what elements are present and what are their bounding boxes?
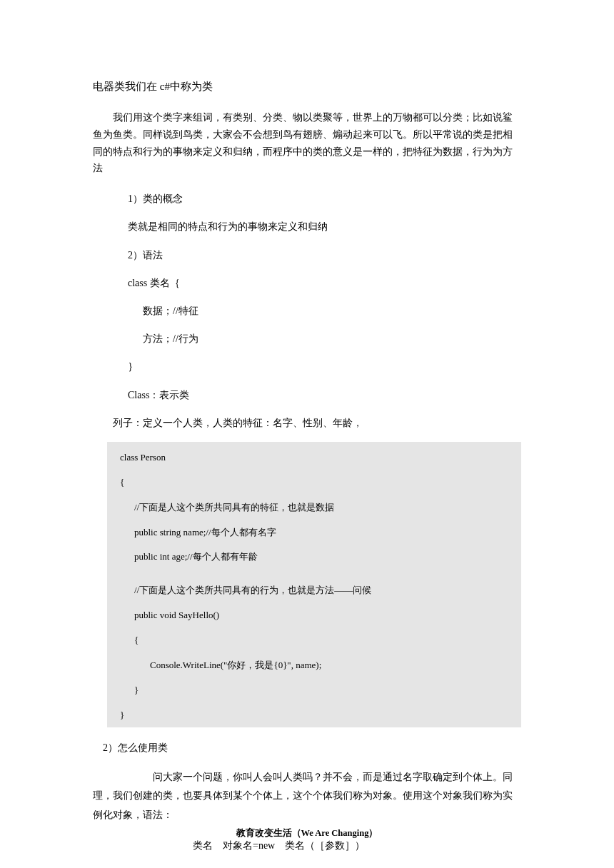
code-line: //下面是人这个类所共同具有的特征，也就是数据 (120, 502, 508, 514)
class-desc: Class：表示类 (93, 386, 521, 404)
code-line: } (120, 685, 508, 697)
section1-content: 类就是相同的特点和行为的事物来定义和归纳 (93, 218, 521, 236)
code-line: { (120, 635, 508, 647)
example-intro: 列子：定义一个人类，人类的特征：名字、性别、年龄， (93, 414, 521, 432)
code-block-wrapper: class Person { //下面是人这个类所共同具有的特征，也就是数据 p… (93, 442, 521, 727)
code-line: class Person (120, 452, 508, 464)
section1-label: 1）类的概念 (93, 190, 521, 208)
usage-paragraph: 问大家一个问题，你叫人会叫人类吗？并不会，而是通过名字取确定到个体上。同理，我们… (93, 768, 521, 825)
code-line: public string name;//每个人都有名字 (120, 527, 508, 539)
syntax-method: 方法；//行为 (93, 330, 521, 348)
code-line: //下面是人这个类所共同具有的行为，也就是方法——问候 (120, 585, 508, 597)
syntax-close: ｝ (93, 358, 521, 375)
code-line: { (120, 477, 508, 489)
code-block: class Person { //下面是人这个类所共同具有的特征，也就是数据 p… (107, 442, 521, 727)
syntax-data: 数据；//特征 (93, 302, 521, 320)
footer: 教育改变生活（We Are Changing） (0, 825, 614, 842)
code-line: Console.WriteLine("你好，我是{0}", name); (120, 660, 508, 672)
page-content: 电器类我们在 c#中称为类 我们用这个类字来组词，有类别、分类、物以类聚等，世界… (0, 0, 614, 854)
page-title: 电器类我们在 c#中称为类 (93, 77, 521, 96)
section2-label: 2）语法 (93, 246, 521, 264)
code-line: public int age;//每个人都有年龄 (120, 551, 508, 563)
code-line: public void SayHello() (120, 610, 508, 622)
intro-paragraph: 我们用这个类字来组词，有类别、分类、物以类聚等，世界上的万物都可以分类；比如说鲨… (93, 109, 521, 177)
syntax-open: class 类名｛ (93, 274, 521, 292)
usage-label: 2）怎么使用类 (93, 739, 521, 757)
code-line: } (120, 710, 508, 722)
